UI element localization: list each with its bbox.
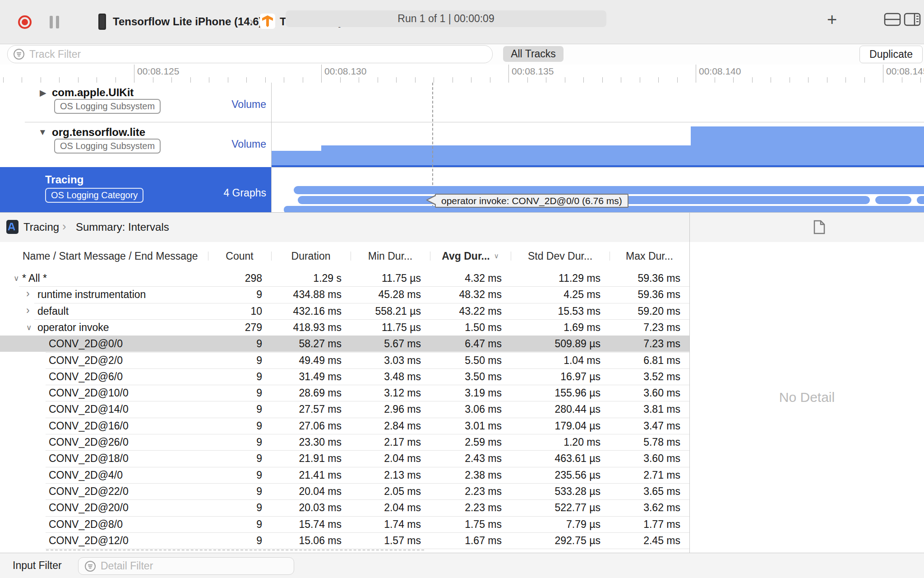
ruler-tick-label: 00:08.130 (324, 66, 366, 77)
table-row[interactable]: CONV_2D@26/0923.30 ms2.17 ms2.59 ms1.20 … (0, 434, 689, 450)
record-button-dot-icon (22, 19, 28, 25)
track-title-tracing[interactable]: Tracing (45, 173, 83, 186)
ruler-minor-tick (246, 77, 247, 83)
column-divider[interactable] (610, 252, 610, 261)
cell-min: 3.48 ms (351, 371, 421, 383)
ruler-tick-label: 00:08.125 (137, 66, 179, 77)
table-row[interactable]: CONV_2D@12/0915.06 ms1.57 ms1.67 ms292.7… (0, 532, 689, 549)
breadcrumb-page[interactable]: Summary: Intervals (76, 221, 169, 233)
ruler-minor-tick (602, 77, 603, 83)
table-row[interactable]: CONV_2D@18/0921.91 ms2.04 ms2.43 ms463.6… (0, 450, 689, 466)
column-divider[interactable] (271, 252, 272, 261)
table-row[interactable]: CONV_2D@20/0920.03 ms2.04 ms2.23 ms522.7… (0, 499, 689, 516)
track-title-tensorflow[interactable]: org.tensorflow.lite (52, 126, 145, 139)
row-disclosure-collapsed-icon[interactable]: › (26, 304, 30, 317)
cell-name: CONV_2D@12/0 (49, 535, 129, 547)
disclosure-collapsed-icon[interactable]: ▶ (40, 88, 46, 98)
cell-max: 7.23 ms (610, 338, 680, 350)
disclosure-expanded-icon[interactable]: ▼ (38, 127, 47, 137)
cell-duration: 31.49 ms (271, 371, 342, 383)
table-row[interactable]: CONV_2D@14/0927.57 ms2.96 ms3.06 ms280.4… (0, 401, 689, 417)
column-header-duration[interactable]: Duration (271, 242, 351, 270)
cell-min: 1.74 ms (351, 518, 421, 531)
timeline-ruler[interactable]: 00:08.12500:08.13000:08.13500:08.14000:0… (0, 65, 924, 83)
track-header-divider[interactable] (271, 83, 272, 212)
toggle-right-pane-icon[interactable] (902, 12, 922, 27)
duplicate-button[interactable]: Duplicate (859, 46, 923, 63)
table-row[interactable]: ›runtime instrumentation9434.88 ms45.28 … (0, 286, 689, 303)
cell-name: operator invoke (37, 322, 109, 334)
cell-min: 2.13 ms (351, 469, 421, 481)
cell-min: 11.75 µs (351, 272, 421, 284)
interval-capsule[interactable] (917, 196, 924, 204)
row-disclosure-expanded-icon[interactable]: ∨ (14, 274, 19, 283)
table-row[interactable]: CONV_2D@10/0928.69 ms3.12 ms3.19 ms155.9… (0, 385, 689, 401)
pause-icon[interactable] (50, 16, 53, 28)
cell-name: * All * (22, 272, 47, 284)
table-row[interactable]: CONV_2D@16/0927.06 ms2.84 ms3.01 ms179.0… (0, 418, 689, 434)
all-tracks-button[interactable]: All Tracks (503, 46, 564, 62)
table-row[interactable]: CONV_2D@2/0949.49 ms3.03 ms5.50 ms1.04 m… (0, 352, 689, 368)
breadcrumb-instrument[interactable]: Tracing (23, 221, 59, 233)
column-divider[interactable] (430, 252, 430, 261)
cell-max: 5.78 ms (610, 436, 680, 448)
table-row[interactable]: CONV_2D@6/0931.49 ms3.48 ms3.50 ms16.97 … (0, 368, 689, 385)
detail-filter-input[interactable]: Detail Filter (78, 557, 294, 575)
table-row[interactable]: CONV_2D@0/0958.27 ms5.67 ms6.47 ms509.89… (0, 336, 689, 352)
cell-std: 4.25 ms (511, 289, 601, 301)
column-header-min[interactable]: Min Dur... (351, 242, 430, 270)
track-filter-placeholder: Track Filter (29, 48, 81, 61)
column-header-std[interactable]: Std Dev Dur... (511, 242, 610, 270)
ruler-minor-tick (171, 77, 172, 83)
table-row[interactable]: CONV_2D@8/0915.74 ms1.74 ms1.75 ms7.79 µ… (0, 516, 689, 532)
cell-count: 9 (208, 354, 262, 367)
toggle-bottom-pane-icon[interactable] (882, 12, 902, 27)
track-filter-input[interactable]: Track Filter (7, 45, 493, 63)
ruler-minor-tick (565, 77, 565, 83)
table-row[interactable]: ›default10432.16 ms558.21 µs43.22 ms15.5… (0, 303, 689, 319)
column-header-max[interactable]: Max Dur... (610, 242, 689, 270)
cell-std: 1.04 ms (511, 354, 601, 367)
row-disclosure-expanded-icon[interactable]: ∨ (26, 323, 32, 332)
ruler-minor-tick (546, 77, 546, 83)
device-name[interactable]: Tensorflow Lite iPhone (14.6) (113, 15, 263, 28)
ruler-minor-tick (396, 77, 397, 83)
iphone-device-icon (98, 14, 106, 30)
interval-capsule[interactable] (875, 196, 911, 204)
table-row[interactable]: ∨operator invoke279418.93 ms11.75 µs1.50… (0, 319, 689, 336)
track-header-tracing-selected[interactable]: Tracing OS Logging Category 4 Graphs (0, 167, 271, 212)
cell-std: 522.77 µs (511, 502, 601, 514)
cell-name: CONV_2D@6/0 (49, 371, 123, 383)
cell-std: 1.69 ms (511, 322, 601, 334)
pause-icon[interactable] (56, 16, 59, 28)
column-divider[interactable] (351, 252, 351, 261)
track-badge-uikit: OS Logging Subsystem (54, 99, 161, 114)
cell-duration: 15.06 ms (271, 535, 342, 547)
table-row[interactable]: ∨* All *2981.29 s11.75 µs4.32 ms11.29 ms… (0, 270, 689, 286)
row-disclosure-collapsed-icon[interactable]: › (26, 288, 30, 300)
column-header-name[interactable]: Name / Start Message / End Message (23, 242, 208, 270)
ruler-major-tick (883, 65, 883, 83)
interval-capsule[interactable] (294, 186, 924, 194)
cell-std: 16.97 µs (511, 371, 601, 383)
cell-count: 298 (208, 272, 262, 284)
track-title-uikit[interactable]: com.apple.UIKit (52, 86, 134, 99)
table-row[interactable]: CONV_2D@22/0920.04 ms2.05 ms2.23 ms533.2… (0, 483, 689, 499)
table-row[interactable]: CONV_2D@4/0921.41 ms2.13 ms2.38 ms235.56… (0, 467, 689, 483)
cell-max: 3.52 ms (610, 371, 680, 383)
ruler-minor-tick (284, 77, 284, 83)
column-header-avg[interactable]: Avg Dur...∨ (430, 242, 511, 270)
detail-panel: No Detail (690, 242, 924, 553)
column-divider[interactable] (208, 252, 208, 261)
ruler-major-tick (696, 65, 696, 83)
cell-count: 279 (208, 322, 262, 334)
column-header-count[interactable]: Count (208, 242, 271, 270)
cell-count: 9 (208, 403, 262, 415)
ruler-tick-label: 00:08.145 (886, 66, 924, 77)
cell-avg: 2.59 ms (430, 436, 502, 448)
cell-std: 15.53 ms (511, 305, 601, 317)
add-instrument-icon[interactable]: + (822, 12, 842, 27)
column-divider[interactable] (511, 252, 511, 261)
cell-name: CONV_2D@20/0 (49, 502, 129, 514)
document-icon[interactable] (813, 220, 825, 236)
